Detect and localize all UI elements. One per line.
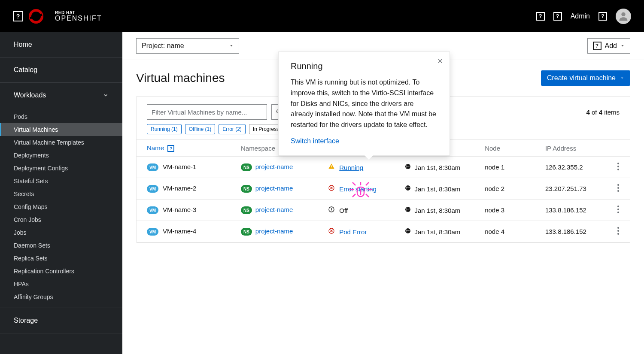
node-text: node 4	[474, 221, 535, 242]
sidebar-item-deployment-configs[interactable]: Deployment Configs	[0, 162, 122, 175]
nav-catalog-label: Catalog	[14, 66, 37, 74]
node-text: node 1	[474, 157, 535, 178]
ip-text: 133.8.186.152	[535, 221, 607, 242]
page-title: Virtual machines	[136, 71, 225, 85]
status-text: Off	[339, 207, 348, 214]
row-kebab-button[interactable]	[607, 157, 630, 178]
namespace-link[interactable]: project-name	[255, 163, 293, 170]
notifications-help-icon[interactable]: ?	[553, 12, 562, 21]
namespace-link[interactable]: project-name	[255, 227, 293, 235]
nav-home-label: Home	[14, 41, 32, 48]
sidebar-item-affinity-groups[interactable]: Affinity Groups	[0, 290, 122, 303]
status-popover: × Running This VM is running but is not …	[278, 51, 450, 156]
sidebar-item-replica-sets[interactable]: Replica Sets	[0, 252, 122, 265]
help-icon[interactable]: ?	[13, 11, 23, 21]
top-bar: ? RED HAT OPENSHIFT ? ? Admin ?	[0, 0, 644, 32]
sidebar-item-virtual-machine-templates[interactable]: Virtual Machine Templates	[0, 136, 122, 149]
nav-home[interactable]: Home	[0, 32, 122, 57]
status-link[interactable]: Error starting	[339, 185, 377, 193]
add-button[interactable]: ? Add	[587, 38, 630, 54]
kebab-icon	[617, 163, 619, 170]
brand-group: ? RED HAT OPENSHIFT	[13, 8, 102, 25]
col-node[interactable]: Node	[474, 140, 535, 157]
sidebar-item-jobs[interactable]: Jobs	[0, 226, 122, 239]
create-vm-button[interactable]: Create virtual machine	[541, 70, 630, 86]
user-help-icon[interactable]: ?	[598, 12, 607, 21]
row-kebab-button[interactable]	[607, 200, 630, 221]
svg-rect-3	[331, 165, 332, 167]
sidebar-item-pods[interactable]: Pods	[0, 110, 122, 123]
vm-name[interactable]: VM-name-4	[163, 227, 196, 235]
nav-storage[interactable]: Storage	[0, 308, 122, 333]
created-text: Jan 1st, 8:30am	[415, 164, 461, 171]
count-suffix: items	[602, 109, 620, 116]
table-row: VMVM-name-3NSproject-nameOffJan 1st, 8:3…	[137, 200, 630, 221]
sidebar-item-cron-jobs[interactable]: Cron Jobs	[0, 213, 122, 226]
chip-offline[interactable]: Offline (1)	[185, 124, 215, 134]
sidebar-item-replication-controllers[interactable]: Replication Controllers	[0, 265, 122, 278]
error-icon	[328, 185, 335, 191]
openshift-logo-icon	[27, 8, 45, 25]
sidebar-item-hpas[interactable]: HPAs	[0, 278, 122, 290]
sidebar-item-stateful-sets[interactable]: Stateful Sets	[0, 175, 122, 188]
nav-storage-label: Storage	[14, 317, 38, 324]
popover-title: Running	[291, 61, 437, 71]
svg-point-8	[617, 169, 619, 170]
globe-icon	[404, 163, 411, 170]
sidebar-item-deployments[interactable]: Deployments	[0, 149, 122, 162]
col-name-help-icon[interactable]: ?	[167, 145, 174, 152]
nav-catalog[interactable]: Catalog	[0, 57, 122, 82]
count-mid: of	[590, 109, 599, 116]
project-selector[interactable]: Project: name	[136, 38, 239, 54]
svg-point-6	[617, 163, 619, 164]
nav-workloads-sublist: PodsVirtual MachinesVirtual Machine Temp…	[0, 108, 122, 308]
col-name[interactable]: Name ?	[137, 140, 231, 157]
created-text: Jan 1st, 8:30am	[415, 185, 461, 193]
chip-error[interactable]: Error (2)	[219, 124, 246, 134]
topbar-right: ? ? Admin ?	[536, 9, 631, 24]
launcher-help-icon[interactable]: ?	[536, 12, 545, 21]
vm-name[interactable]: VM-name-3	[163, 206, 196, 213]
col-ip[interactable]: IP Address	[535, 140, 607, 157]
caret-down-icon	[229, 42, 234, 50]
table-row: VMVM-name-2NSproject-nameError startingJ…	[137, 178, 630, 200]
popover-close-button[interactable]: ×	[437, 56, 443, 66]
sidebar-item-secrets[interactable]: Secrets	[0, 188, 122, 200]
namespace-link[interactable]: project-name	[255, 185, 293, 192]
create-vm-label: Create virtual machine	[547, 74, 616, 82]
sidebar-item-daemon-sets[interactable]: Daemon Sets	[0, 239, 122, 252]
vm-badge: VM	[147, 185, 158, 193]
status-link[interactable]: Running	[339, 164, 363, 171]
avatar[interactable]	[616, 9, 631, 24]
namespace-link[interactable]: project-name	[255, 206, 293, 213]
warning-icon	[328, 163, 335, 170]
svg-point-19	[617, 209, 619, 210]
status-link[interactable]: Pod Error	[339, 228, 367, 236]
brand-line1: RED HAT	[55, 11, 102, 15]
created-text: Jan 1st, 8:30am	[415, 228, 461, 236]
chevron-down-icon	[103, 92, 109, 98]
user-label[interactable]: Admin	[571, 12, 590, 20]
vm-name[interactable]: VM-name-1	[163, 163, 196, 170]
popover-action-link[interactable]: Switch interface	[291, 137, 339, 145]
vm-badge: VM	[147, 163, 158, 171]
error-icon	[328, 227, 335, 234]
sidebar-item-virtual-machines[interactable]: Virtual Machines	[0, 123, 122, 136]
svg-point-12	[617, 187, 619, 189]
row-kebab-button[interactable]	[607, 178, 630, 200]
ip-text: 133.8.186.152	[535, 200, 607, 221]
count-total: 4	[599, 109, 602, 116]
filter-input[interactable]	[147, 104, 267, 120]
row-kebab-button[interactable]	[607, 221, 630, 242]
vm-name[interactable]: VM-name-2	[163, 185, 196, 192]
sidebar: Home Catalog Workloads PodsVirtual Machi…	[0, 32, 122, 354]
globe-icon	[404, 185, 411, 191]
created-text: Jan 1st, 8:30am	[415, 207, 461, 214]
kebab-icon	[617, 184, 619, 192]
svg-point-20	[617, 212, 619, 213]
sidebar-item-config-maps[interactable]: Config Maps	[0, 200, 122, 213]
svg-rect-4	[331, 168, 332, 168]
globe-icon	[404, 206, 411, 213]
chip-running[interactable]: Running (1)	[147, 124, 182, 134]
nav-workloads[interactable]: Workloads	[0, 83, 122, 108]
